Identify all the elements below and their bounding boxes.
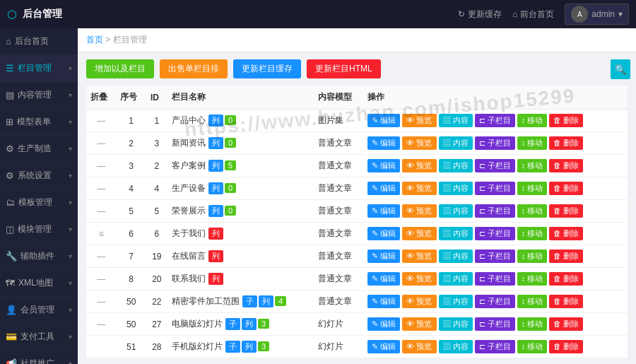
col-name: 栏目名称 bbox=[167, 86, 314, 110]
action-编辑-btn[interactable]: ✎ 编辑 bbox=[367, 136, 400, 150]
action-预览-btn[interactable]: 👁 预览 bbox=[402, 204, 436, 218]
action-移动-btn[interactable]: ↕ 移动 bbox=[517, 136, 548, 150]
payment-icon: 💳 bbox=[6, 331, 17, 342]
admin-menu[interactable]: A admin ▾ bbox=[565, 4, 629, 25]
sidebar-item-template[interactable]: 🗂 模板管理 ▾ bbox=[0, 189, 78, 216]
action-内容-btn[interactable]: ▤ 内容 bbox=[439, 340, 473, 353]
action-移动-btn[interactable]: ↕ 移动 bbox=[517, 159, 548, 172]
update-html-btn[interactable]: 更新栏目HTML bbox=[307, 59, 381, 78]
action-子栏目-btn[interactable]: ⊏ 子栏目 bbox=[475, 317, 515, 331]
action-预览-btn[interactable]: 👁 预览 bbox=[402, 272, 436, 286]
action-子栏目-btn[interactable]: ⊏ 子栏目 bbox=[475, 249, 515, 263]
action-预览-btn[interactable]: 👁 预览 bbox=[402, 249, 436, 263]
cell-id: 22 bbox=[146, 290, 167, 313]
sidebar-item-social[interactable]: 📢 社群推广 ▾ bbox=[0, 351, 78, 364]
table-row: —5027电脑版幻灯片 子列3幻灯片✎ 编辑👁 预览▤ 内容⊏ 子栏目↕ 移动🗑… bbox=[86, 313, 628, 336]
product-icon: ⚙ bbox=[6, 143, 14, 154]
update-cache-btn[interactable]: 更新栏目缓存 bbox=[233, 59, 301, 78]
action-内容-btn[interactable]: ▤ 内容 bbox=[439, 204, 473, 218]
action-移动-btn[interactable]: ↕ 移动 bbox=[517, 114, 548, 127]
action-内容-btn[interactable]: ▤ 内容 bbox=[439, 182, 473, 195]
column-tag: 列 bbox=[208, 137, 223, 149]
action-预览-btn[interactable]: 👁 预览 bbox=[402, 159, 436, 172]
action-预览-btn[interactable]: 👁 预览 bbox=[402, 227, 436, 240]
sidebar-item-content[interactable]: ▤ 内容管理 ▾ bbox=[0, 82, 78, 109]
action-子栏目-btn[interactable]: ⊏ 子栏目 bbox=[475, 340, 515, 353]
action-删除-btn[interactable]: 🗑 删除 bbox=[549, 295, 583, 308]
action-子栏目-btn[interactable]: ⊏ 子栏目 bbox=[475, 114, 515, 127]
action-编辑-btn[interactable]: ✎ 编辑 bbox=[367, 249, 400, 263]
action-移动-btn[interactable]: ↕ 移动 bbox=[517, 295, 548, 308]
action-移动-btn[interactable]: ↕ 移动 bbox=[517, 340, 548, 353]
sort-column-btn[interactable]: 出售单栏目排 bbox=[160, 59, 228, 78]
action-删除-btn[interactable]: 🗑 删除 bbox=[549, 317, 583, 331]
sidebar-item-product[interactable]: ⚙ 生产制造 ▾ bbox=[0, 136, 78, 163]
action-内容-btn[interactable]: ▤ 内容 bbox=[439, 136, 473, 150]
action-预览-btn[interactable]: 👁 预览 bbox=[402, 136, 436, 150]
sidebar-item-member[interactable]: 👤 会员管理 ▾ bbox=[0, 297, 78, 324]
sidebar-item-model[interactable]: ⊞ 模型表单 ▾ bbox=[0, 109, 78, 136]
action-编辑-btn[interactable]: ✎ 编辑 bbox=[367, 182, 400, 195]
action-内容-btn[interactable]: ▤ 内容 bbox=[439, 272, 473, 286]
sidebar-item-payment[interactable]: 💳 支付工具 ▾ bbox=[0, 324, 78, 351]
action-内容-btn[interactable]: ▤ 内容 bbox=[439, 295, 473, 308]
action-删除-btn[interactable]: 🗑 删除 bbox=[549, 249, 583, 263]
action-删除-btn[interactable]: 🗑 删除 bbox=[549, 114, 583, 127]
action-编辑-btn[interactable]: ✎ 编辑 bbox=[367, 227, 400, 240]
action-移动-btn[interactable]: ↕ 移动 bbox=[517, 204, 548, 218]
frontend-btn[interactable]: ⌂ 前台首页 bbox=[512, 8, 554, 20]
sidebar-item-label: 支付工具 bbox=[20, 331, 54, 343]
action-删除-btn[interactable]: 🗑 删除 bbox=[549, 204, 583, 218]
action-删除-btn[interactable]: 🗑 删除 bbox=[549, 272, 583, 286]
action-删除-btn[interactable]: 🗑 删除 bbox=[549, 136, 583, 150]
action-子栏目-btn[interactable]: ⊏ 子栏目 bbox=[475, 295, 515, 308]
add-column-btn[interactable]: 增加以及栏目 bbox=[86, 59, 154, 78]
topbar: ⬡ 后台管理 ↻ 更新缓存 ⌂ 前台首页 A admin ▾ bbox=[0, 0, 636, 28]
action-内容-btn[interactable]: ▤ 内容 bbox=[439, 249, 473, 263]
action-编辑-btn[interactable]: ✎ 编辑 bbox=[367, 114, 400, 127]
action-预览-btn[interactable]: 👁 预览 bbox=[402, 295, 436, 308]
action-编辑-btn[interactable]: ✎ 编辑 bbox=[367, 204, 400, 218]
action-编辑-btn[interactable]: ✎ 编辑 bbox=[367, 159, 400, 172]
action-删除-btn[interactable]: 🗑 删除 bbox=[549, 227, 583, 240]
action-删除-btn[interactable]: 🗑 删除 bbox=[549, 340, 583, 353]
action-编辑-btn[interactable]: ✎ 编辑 bbox=[367, 295, 400, 308]
action-删除-btn[interactable]: 🗑 删除 bbox=[549, 182, 583, 195]
action-预览-btn[interactable]: 👁 预览 bbox=[402, 114, 436, 127]
action-子栏目-btn[interactable]: ⊏ 子栏目 bbox=[475, 159, 515, 172]
sidebar-item-column[interactable]: ☰ 栏目管理 ▾ bbox=[0, 55, 78, 82]
action-移动-btn[interactable]: ↕ 移动 bbox=[517, 227, 548, 240]
sidebar-item-plugin[interactable]: 🔧 辅助插件 ▾ bbox=[0, 243, 78, 270]
action-预览-btn[interactable]: 👁 预览 bbox=[402, 317, 436, 331]
action-子栏目-btn[interactable]: ⊏ 子栏目 bbox=[475, 136, 515, 150]
action-子栏目-btn[interactable]: ⊏ 子栏目 bbox=[475, 204, 515, 218]
action-移动-btn[interactable]: ↕ 移动 bbox=[517, 317, 548, 331]
cell-name: 联系我们 列 bbox=[167, 268, 314, 290]
action-内容-btn[interactable]: ▤ 内容 bbox=[439, 317, 473, 331]
action-子栏目-btn[interactable]: ⊏ 子栏目 bbox=[475, 272, 515, 286]
action-内容-btn[interactable]: ▤ 内容 bbox=[439, 159, 473, 172]
search-button[interactable]: 🔍 bbox=[611, 59, 630, 79]
action-移动-btn[interactable]: ↕ 移动 bbox=[517, 249, 548, 263]
action-内容-btn[interactable]: ▤ 内容 bbox=[439, 114, 473, 127]
action-预览-btn[interactable]: 👁 预览 bbox=[402, 340, 436, 353]
refresh-cache-btn[interactable]: ↻ 更新缓存 bbox=[458, 8, 502, 20]
action-删除-btn[interactable]: 🗑 删除 bbox=[549, 159, 583, 172]
action-编辑-btn[interactable]: ✎ 编辑 bbox=[367, 317, 400, 331]
action-预览-btn[interactable]: 👁 预览 bbox=[402, 182, 436, 195]
refresh-icon: ↻ bbox=[458, 9, 465, 19]
action-子栏目-btn[interactable]: ⊏ 子栏目 bbox=[475, 182, 515, 195]
sidebar-item-home[interactable]: ⌂ 后台首页 bbox=[0, 28, 78, 55]
action-内容-btn[interactable]: ▤ 内容 bbox=[439, 227, 473, 240]
column-tag: 4 bbox=[275, 296, 286, 306]
sidebar-item-module[interactable]: ◫ 模块管理 ▾ bbox=[0, 216, 78, 243]
action-移动-btn[interactable]: ↕ 移动 bbox=[517, 272, 548, 286]
chevron-icon: ▾ bbox=[69, 360, 72, 364]
sidebar-item-xmlmap[interactable]: 🗺 XML地图 ▾ bbox=[0, 270, 78, 297]
action-移动-btn[interactable]: ↕ 移动 bbox=[517, 182, 548, 195]
sidebar-item-system[interactable]: ⚙ 系统设置 ▾ bbox=[0, 163, 78, 189]
action-子栏目-btn[interactable]: ⊏ 子栏目 bbox=[475, 227, 515, 240]
action-编辑-btn[interactable]: ✎ 编辑 bbox=[367, 272, 400, 286]
action-编辑-btn[interactable]: ✎ 编辑 bbox=[367, 340, 400, 353]
breadcrumb-home[interactable]: 首页 bbox=[86, 35, 103, 45]
